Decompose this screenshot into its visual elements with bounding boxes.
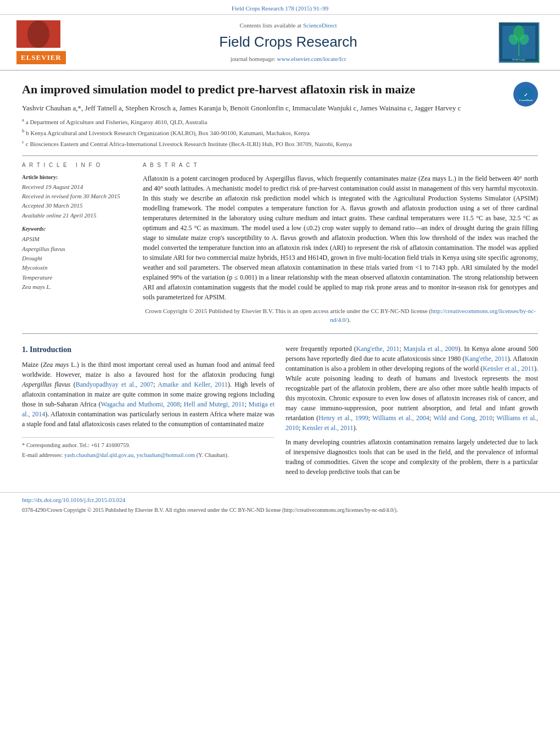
ref-henry[interactable]: Henry et al., 1999: [318, 414, 368, 422]
affiliations-section: a a Department of Agriculture and Fisher…: [22, 116, 538, 148]
body-content-area: 1. Introduction Maize (Zea mays L.) is t…: [22, 344, 538, 481]
ref-kangethe[interactable]: Kang'ethe, 2011: [356, 345, 400, 353]
journal-header-center: Contents lists available at ScienceDirec…: [82, 21, 494, 64]
article-info-column: A R T I C L E I N F O Article history: R…: [22, 161, 132, 328]
svg-point-2: [29, 26, 37, 42]
svg-point-3: [40, 26, 48, 42]
ref-hell[interactable]: Hell and Mutegi, 2011: [184, 400, 245, 408]
journal-homepage-link[interactable]: www.elsevier.com/locate/fcr: [277, 55, 346, 62]
contents-line: Contents lists available at ScienceDirec…: [82, 21, 494, 30]
journal-volume-link[interactable]: Field Crops Research 178 (2015) 91–99: [232, 5, 328, 12]
keyword-2: Aspergillus flavus: [22, 245, 132, 253]
affiliation-a: a a Department of Agriculture and Fisher…: [22, 116, 538, 126]
header-area: ELSEVIER Contents lists available at Sci…: [0, 15, 560, 71]
ref-kensler[interactable]: Kensler et al., 2011: [483, 365, 534, 372]
divider-1: [22, 155, 538, 156]
abstract-copyright: Crown Copyright © 2015 Published by Else…: [143, 306, 538, 325]
keyword-5: Temperature: [22, 274, 132, 282]
footnotes-section: * Corresponding author. Tel.: +61 7 4160…: [22, 437, 275, 460]
affiliation-c: c c Biosciences Eastern and Central Afri…: [22, 138, 538, 148]
svg-rect-0: [16, 20, 60, 48]
divider-2: [22, 333, 538, 334]
ref-kangethe2[interactable]: Kang'ethe, 2011: [465, 355, 508, 362]
ref-wild[interactable]: Wild and Gong, 2010: [433, 414, 492, 422]
abstract-heading: A B S T R A C T: [143, 161, 538, 169]
intro-section-title: 1. Introduction: [22, 344, 275, 355]
keyword-1: APSIM: [22, 235, 132, 243]
journal-title: Field Crops Research: [82, 32, 494, 52]
received-date: Received 19 August 2014: [22, 183, 132, 191]
journal-thumbnail-area: Field Crops: [494, 22, 544, 63]
authors-line: Yashvir Chauhan a,*, Jeff Tatnell a, Ste…: [22, 103, 538, 113]
elsevier-text-logo: ELSEVIER: [16, 51, 66, 64]
ref-kensler2[interactable]: Kensler et al., 2011: [302, 424, 353, 432]
keywords-section: Keywords: APSIM Aspergillus flavus Droug…: [22, 225, 132, 291]
journal-thumbnail: Field Crops: [499, 22, 540, 63]
email-link-2[interactable]: yschauhan@hotmail.com: [136, 452, 195, 458]
available-online-date: Available online 21 April 2015: [22, 211, 132, 220]
abstract-column: A B S T R A C T Aflatoxin is a potent ca…: [143, 161, 538, 328]
keyword-6: Zea mays L.: [22, 283, 132, 291]
received-revised-date: Received in revised form 30 March 2015: [22, 192, 132, 200]
bottom-copyright: 0378-4290/Crown Copyright © 2015 Publish…: [22, 506, 538, 514]
sciencedirect-link[interactable]: ScienceDirect: [303, 22, 337, 29]
corresponding-note: * Corresponding author. Tel.: +61 7 4160…: [22, 441, 275, 450]
article-info-abstract-area: A R T I C L E I N F O Article history: R…: [22, 161, 538, 328]
body-col-left: 1. Introduction Maize (Zea mays L.) is t…: [22, 344, 275, 481]
article-title-area: An improved simulation model to predict …: [22, 82, 538, 98]
intro-para-1: Maize (Zea mays L.) is the third most im…: [22, 360, 275, 429]
abstract-text: Aflatoxin is a potent carcinogen produce…: [143, 174, 538, 325]
doi-line: http://dx.doi.org/10.1016/j.fcr.2015.03.…: [22, 496, 538, 504]
keywords-label: Keywords:: [22, 225, 132, 233]
ref-manjula[interactable]: Manjula et al., 2009: [404, 345, 458, 353]
elsevier-graphic-logo: [16, 20, 60, 48]
affiliation-b: b b Kenya Agricultural and Livestock Res…: [22, 127, 538, 137]
doi-link[interactable]: http://dx.doi.org/10.1016/j.fcr.2015.03.…: [22, 496, 125, 503]
bottom-bar: http://dx.doi.org/10.1016/j.fcr.2015.03.…: [0, 492, 560, 517]
svg-text:CrossMark: CrossMark: [519, 99, 533, 102]
email-link-1[interactable]: yash.chauhan@daf.qld.gov.au: [64, 452, 133, 458]
email-note: E-mail addresses: yash.chauhan@daf.qld.g…: [22, 451, 275, 460]
keyword-3: Drought: [22, 254, 132, 263]
accepted-date: Accepted 30 March 2015: [22, 202, 132, 210]
ref-bandyo[interactable]: Bandyopadhyay et al., 2007: [76, 381, 154, 388]
journal-homepage: journal homepage: www.elsevier.com/locat…: [82, 55, 494, 63]
svg-rect-4: [36, 37, 41, 46]
intro-para-3: In many developing countries aflatoxin c…: [285, 437, 538, 477]
body-col-right: were frequently reported (Kang'ethe, 201…: [285, 344, 538, 481]
publisher-logo-area: ELSEVIER: [16, 20, 82, 64]
ref-wagacha[interactable]: Wagacha and Muthomi, 2008: [100, 400, 180, 408]
intro-para-2: were frequently reported (Kang'ethe, 201…: [285, 344, 538, 433]
article-history: Article history: Received 19 August 2014…: [22, 174, 132, 220]
keyword-4: Mycotoxin: [22, 264, 132, 272]
history-label: Article history:: [22, 174, 132, 181]
main-content: An improved simulation model to predict …: [0, 71, 560, 492]
journal-top-bar: Field Crops Research 178 (2015) 91–99: [0, 0, 560, 15]
authors-text: Yashvir Chauhan a,*, Jeff Tatnell a, Ste…: [22, 104, 461, 112]
svg-point-1: [32, 21, 45, 41]
svg-text:✓: ✓: [524, 92, 528, 98]
svg-text:Field Crops: Field Crops: [512, 58, 525, 61]
cc-license-link[interactable]: http://creativecommons.org/licenses/by-n…: [330, 308, 535, 323]
article-title-text: An improved simulation model to predict …: [22, 82, 415, 96]
article-info-heading: A R T I C L E I N F O: [22, 161, 132, 169]
ref-amaike[interactable]: Amaike and Keller, 2011: [158, 381, 228, 388]
ref-williams2004[interactable]: Williams et al., 2004: [372, 414, 429, 422]
